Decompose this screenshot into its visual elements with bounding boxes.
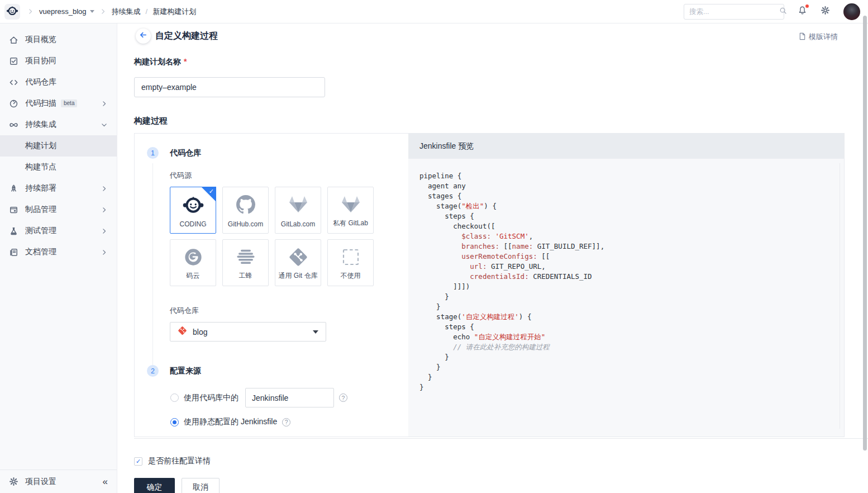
tgit-logo-icon [223,245,268,269]
gitlab-private-logo-icon [328,193,373,216]
back-button[interactable] [136,29,151,44]
flask-icon [9,226,18,236]
none-logo-icon [328,245,373,269]
beta-badge: beta [61,99,77,107]
option-static-jenkinsfile: 使用静态配置的 Jenkinsfile ? [170,417,290,427]
gear-icon [9,477,18,486]
archive-icon [9,205,18,215]
search-input[interactable] [689,8,779,16]
template-detail-link[interactable]: 模版详情 [799,32,838,42]
source-tile-github[interactable]: GitHub.com [222,187,269,234]
help-icon[interactable]: ? [282,418,290,426]
search-icon [779,7,787,17]
check-icon: ✓ [209,188,214,195]
collapse-sidebar-button[interactable]: « [103,477,108,486]
breadcrumb: vuepress_blog 持续集成 / 新建构建计划 [27,7,196,17]
chevron-right-icon [27,8,34,15]
breadcrumb-project-switcher[interactable]: vuepress_blog [39,7,94,16]
coding-logo-icon [170,193,216,216]
docs-icon [9,248,18,257]
step-1-title: 代码仓库 [170,148,201,158]
radio-unchecked[interactable] [170,394,179,402]
option-jenkinsfile-in-repo: 使用代码库中的 ? [170,388,347,407]
jenkinsfile-path-input[interactable] [245,388,334,407]
sidebar-item-build-plans[interactable]: 构建计划 [0,135,117,157]
source-tile-git[interactable]: 通用 Git 仓库 [275,239,321,286]
settings-button[interactable] [821,6,830,17]
breadcrumb-section[interactable]: 持续集成 [112,7,141,17]
chevron-right-icon [101,227,108,235]
help-icon[interactable]: ? [339,394,347,402]
page-scrollbar[interactable] [863,16,867,451]
source-tile-gitlab[interactable]: GitLab.com [275,187,321,234]
document-icon [799,32,806,42]
chevron-right-icon [101,206,108,214]
repo-selected-value: blog [193,328,207,336]
topbar: vuepress_blog 持续集成 / 新建构建计划 [0,0,868,23]
sidebar-item-build-nodes[interactable]: 构建节点 [0,157,117,178]
preview-panel-header: Jenkinsfile 预览 [408,134,844,159]
build-process-card: 1 代码仓库 代码源 ✓ CODING GitHub.com GitLab.co… [134,133,845,437]
plan-name-label: 构建计划名称* [134,57,187,67]
sidebar-item-collaboration[interactable]: 项目协同 [0,50,117,72]
github-logo-icon [223,193,268,216]
sidebar-item-project-settings[interactable]: 项目设置 [25,477,56,487]
home-icon [9,35,18,45]
coding-monkey-icon [6,4,18,19]
radio-checked[interactable] [170,418,179,426]
jenkinsfile-preview-panel: Jenkinsfile 预览 pipeline { agent any stag… [408,134,844,437]
sidebar: 项目概览 项目协同 代码仓库 代码扫描 beta 持续集成 构建计划构建节点 持… [0,23,117,493]
divider [134,438,868,439]
gear-icon [821,6,830,17]
sidebar-item-docs[interactable]: 文档管理 [0,241,117,263]
breadcrumb-separator: / [146,7,148,16]
git-logo-icon [275,245,321,269]
git-repo-icon [178,326,187,338]
panel-scrollbar-track[interactable] [840,163,840,429]
source-tile-coding[interactable]: ✓ CODING [170,187,216,234]
breadcrumb-page: 新建构建计划 [152,7,196,17]
caret-down-icon [90,10,94,13]
gitlab-logo-icon [275,193,321,216]
notification-dot [805,4,809,8]
sidebar-item-overview[interactable]: 项目概览 [0,29,117,50]
source-tile-none[interactable]: 不使用 [327,239,374,286]
sidebar-item-ci[interactable]: 持续集成 [0,114,117,135]
sidebar-item-cd[interactable]: 持续部署 [0,178,117,199]
plan-name-input[interactable] [134,77,325,97]
code-source-tiles: ✓ CODING GitHub.com GitLab.com 私有 GitLab… [170,187,374,286]
step-1-number: 1 [147,147,159,159]
page-title: 自定义构建过程 [155,30,218,42]
code-icon [9,78,18,87]
sidebar-item-code-scan[interactable]: 代码扫描 beta [0,93,117,114]
gitee-logo-icon [170,245,216,269]
sidebar-item-artifacts[interactable]: 制品管理 [0,199,117,220]
goto-config-label: 是否前往配置详情 [148,456,211,466]
confirm-button[interactable]: 确定 [134,478,175,493]
coding-logo[interactable] [4,4,20,20]
chevron-down-icon [101,121,108,129]
goto-config-checkbox[interactable]: ✓ [134,457,142,466]
chevron-right-icon [101,185,108,192]
chevron-right-icon [101,100,108,107]
avatar[interactable] [843,3,860,20]
notifications-button[interactable] [798,6,807,17]
source-tile-gitlab-private[interactable]: 私有 GitLab [327,187,374,234]
code-source-label: 代码源 [170,170,192,181]
repo-label: 代码仓库 [170,306,199,316]
jenkinsfile-code: pipeline { agent any stages { stage("检出"… [419,171,604,392]
sidebar-item-repos[interactable]: 代码仓库 [0,72,117,93]
chevron-right-icon [101,249,108,256]
goto-config-row: ✓ 是否前往配置详情 [134,456,211,466]
rocket-icon [9,184,18,193]
sidebar-item-testing[interactable]: 测试管理 [0,220,117,241]
collab-icon [9,56,18,66]
search-box [684,4,784,20]
build-process-heading: 构建过程 [134,116,168,126]
preview-panel-body[interactable]: pipeline { agent any stages { stage("检出"… [408,159,844,437]
source-tile-gitee[interactable]: 码云 [170,239,216,286]
cancel-button[interactable]: 取消 [182,478,220,493]
required-asterisk: * [184,57,187,66]
source-tile-tgit[interactable]: 工蜂 [222,239,269,286]
repo-select[interactable]: blog [170,322,326,342]
